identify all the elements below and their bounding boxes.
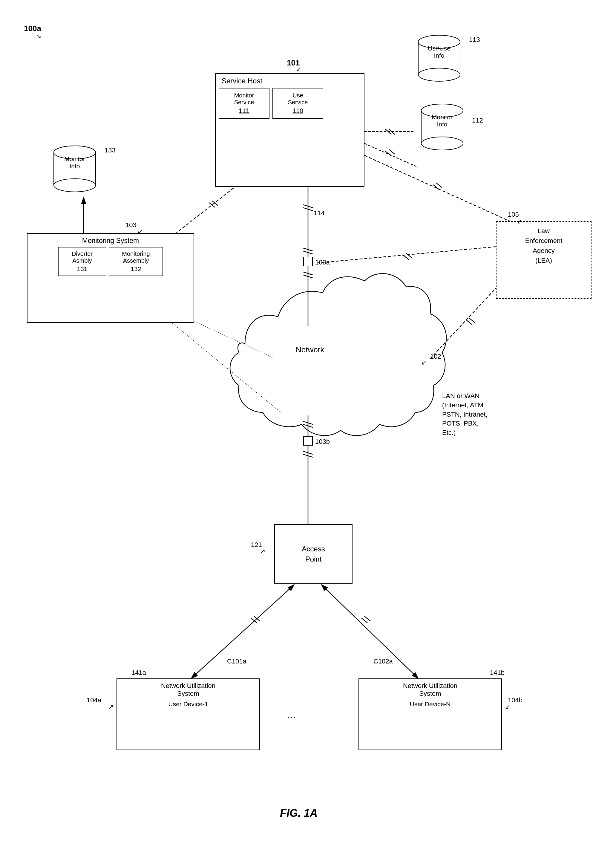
nus-left-sublabel: User Device-1 bbox=[120, 700, 256, 708]
monitoring-system-label: Monitoring System bbox=[31, 237, 191, 245]
svg-line-5 bbox=[303, 208, 313, 211]
service-host-box: Service Host MonitorService 111 UseServi… bbox=[215, 73, 364, 187]
svg-line-41 bbox=[469, 318, 475, 323]
svg-line-35 bbox=[436, 183, 442, 188]
diverter-box: DiverterAsmbly 131 bbox=[58, 247, 106, 276]
ref-104a-arrow: ↗ bbox=[108, 703, 113, 711]
use-service-label: UseService bbox=[275, 92, 321, 106]
usr-use-info-label: Usr/UseInfo bbox=[415, 45, 463, 59]
svg-line-45 bbox=[251, 618, 257, 623]
svg-rect-16 bbox=[304, 436, 312, 445]
nus-right-sublabel: User Device-N bbox=[362, 700, 498, 708]
svg-line-22 bbox=[389, 129, 395, 135]
ref-133-label: 133 bbox=[104, 147, 116, 154]
svg-line-15 bbox=[303, 424, 313, 427]
svg-line-37 bbox=[403, 255, 409, 260]
svg-point-67 bbox=[54, 179, 95, 192]
svg-point-61 bbox=[421, 137, 463, 150]
svg-line-47 bbox=[326, 589, 418, 678]
svg-line-33 bbox=[364, 156, 523, 227]
svg-line-7 bbox=[303, 248, 313, 251]
ref-101-arrow: ↙ bbox=[296, 65, 301, 73]
ellipsis-label: ... bbox=[287, 708, 296, 721]
ref-141a-label: 141a bbox=[132, 669, 146, 677]
svg-line-25 bbox=[389, 150, 395, 154]
svg-line-8 bbox=[303, 251, 313, 254]
use-service-box: UseService 110 bbox=[273, 88, 323, 119]
nus-right-label: Network UtilizationSystem bbox=[362, 682, 498, 697]
ref-103a-label: 103a bbox=[315, 258, 330, 266]
svg-line-14 bbox=[303, 421, 313, 424]
svg-rect-9 bbox=[304, 257, 312, 266]
svg-line-46 bbox=[254, 616, 260, 621]
svg-line-36 bbox=[317, 245, 514, 263]
nus-left-label: Network UtilizationSystem bbox=[120, 682, 256, 697]
monitoring-assembly-ref: 132 bbox=[111, 266, 161, 273]
svg-line-11 bbox=[303, 272, 313, 275]
svg-line-18 bbox=[303, 451, 313, 454]
ref-104a-label: 104a bbox=[87, 696, 101, 704]
monitor-info-top-cylinder: MonitorInfo bbox=[418, 101, 466, 157]
conn-c101a-label: C101a bbox=[227, 658, 246, 665]
lan-wan-label: LAN or WAN(Internet, ATMPSTN, Intranet,P… bbox=[442, 392, 487, 437]
network-cloud bbox=[230, 273, 446, 436]
svg-line-48 bbox=[361, 618, 367, 623]
monitor-service-label: MonitorService bbox=[221, 92, 267, 106]
monitor-info-left-label: MonitorInfo bbox=[51, 156, 98, 170]
svg-line-31 bbox=[209, 203, 215, 207]
lea-box: LawEnforcementAgency(LEA) bbox=[496, 221, 591, 299]
diverter-ref: 131 bbox=[60, 266, 104, 273]
ref-112-label: 112 bbox=[472, 117, 483, 124]
nus-left-box: Network UtilizationSystem User Device-1 bbox=[116, 678, 260, 750]
svg-line-34 bbox=[433, 185, 439, 189]
monitor-info-left-cylinder: MonitorInfo bbox=[51, 144, 98, 198]
ref-103-arrow: ↙ bbox=[138, 228, 143, 235]
use-service-ref: 110 bbox=[275, 107, 321, 115]
access-point-label: AccessPoint bbox=[302, 544, 325, 564]
service-host-label: Service Host bbox=[219, 77, 361, 85]
monitor-info-top-label: MonitorInfo bbox=[418, 114, 466, 128]
ref-141b-label: 141b bbox=[490, 669, 505, 677]
ref-114-label: 114 bbox=[314, 209, 325, 217]
ref-105-arrow: ↙ bbox=[517, 217, 522, 225]
usr-use-info-cylinder: Usr/UseInfo bbox=[415, 33, 463, 88]
svg-line-12 bbox=[303, 275, 313, 278]
figure-number-label: 100a bbox=[24, 24, 41, 33]
ref-103-label: 103 bbox=[125, 221, 136, 229]
ref-104b-arrow: ↙ bbox=[505, 703, 510, 711]
monitoring-system-box: Monitoring System DiverterAsmbly 131 Mon… bbox=[27, 233, 194, 323]
monitoring-assembly-label: MonitoringAssembly bbox=[111, 251, 161, 264]
fig-label: FIG. 1A bbox=[239, 807, 358, 819]
svg-point-55 bbox=[418, 68, 460, 81]
ref-102-arrow: ↙ bbox=[421, 359, 427, 366]
monitoring-assembly-box: MonitoringAssembly 132 bbox=[109, 247, 163, 276]
svg-line-40 bbox=[466, 320, 472, 324]
figure-number-arrow: ↘ bbox=[36, 32, 41, 40]
svg-line-38 bbox=[406, 254, 412, 258]
ref-102-label: 102 bbox=[430, 353, 441, 360]
ref-103b-label: 103b bbox=[315, 438, 330, 446]
lea-label: LawEnforcementAgency(LEA) bbox=[501, 226, 587, 266]
nus-right-box: Network UtilizationSystem User Device-N bbox=[358, 678, 502, 750]
diverter-label: DiverterAsmbly bbox=[60, 251, 104, 264]
network-label: Network bbox=[296, 345, 324, 354]
access-point-box: AccessPoint bbox=[274, 524, 352, 584]
svg-line-23 bbox=[364, 144, 418, 167]
svg-line-21 bbox=[386, 129, 392, 135]
svg-line-19 bbox=[303, 454, 313, 457]
monitor-service-box: MonitorService 111 bbox=[219, 88, 270, 119]
conn-c102a-label: C102a bbox=[373, 658, 393, 665]
svg-line-24 bbox=[386, 151, 392, 156]
ref-113-label: 113 bbox=[469, 36, 480, 44]
svg-line-32 bbox=[212, 201, 218, 205]
svg-line-49 bbox=[364, 616, 370, 621]
ref-121-arrow: ↗ bbox=[260, 547, 265, 555]
svg-line-4 bbox=[303, 205, 313, 208]
monitor-service-ref: 111 bbox=[221, 107, 267, 115]
